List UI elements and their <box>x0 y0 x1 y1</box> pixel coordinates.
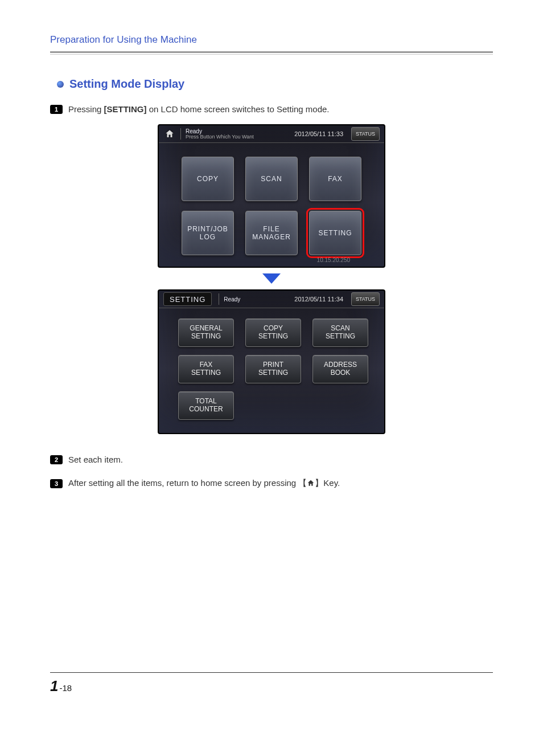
status-button[interactable]: STATUS <box>351 127 380 141</box>
section-heading: Setting Mode Display <box>57 77 493 91</box>
home-icon[interactable] <box>163 128 176 140</box>
step-text: Set each item. <box>68 455 123 464</box>
step-text: After setting all the items, return to h… <box>68 478 340 489</box>
filemanager-tile[interactable]: FILE MANAGER <box>245 211 298 255</box>
page-footer: 1 -18 <box>50 672 493 695</box>
header-rule <box>50 51 493 55</box>
fax-setting-button[interactable]: FAX SETTING <box>178 355 234 383</box>
printjob-tile[interactable]: PRINT/JOB LOG <box>182 211 234 255</box>
step-row: 1 Pressing [SETTING] on LCD home screen … <box>50 104 493 114</box>
setting-tab[interactable]: SETTING <box>163 292 212 306</box>
step-text: Pressing [SETTING] on LCD home screen sw… <box>68 104 330 114</box>
timestamp: 2012/05/11 11:34 <box>294 296 343 303</box>
copy-setting-button[interactable]: COPY SETTING <box>245 318 301 347</box>
ready-block: Ready Press Button Which You Want <box>186 128 254 140</box>
ready-label: Ready <box>186 128 254 134</box>
setting-row: TOTAL COUNTER <box>178 391 234 420</box>
step-text-post: on LCD home screen switches to Setting m… <box>147 104 330 114</box>
tile-row-1: COPY SCAN FAX <box>159 157 384 201</box>
copy-tile[interactable]: COPY <box>182 157 234 201</box>
step-text-pre: After setting all the items, return to h… <box>68 478 307 488</box>
address-book-button[interactable]: ADDRESS BOOK <box>312 355 368 383</box>
setting-row: FAX SETTING PRINT SETTING ADDRESS BOOK <box>178 355 368 383</box>
fax-tile[interactable]: FAX <box>309 157 361 201</box>
step-text-pre: Pressing <box>68 104 104 114</box>
setting-tile[interactable]: SETTING <box>309 211 361 255</box>
bullet-icon <box>57 81 64 88</box>
step-row: 3 After setting all the items, return to… <box>50 478 493 489</box>
manual-page: Preparation for Using the Machine Settin… <box>0 0 543 718</box>
top-bar: Ready Press Button Which You Want 2012/0… <box>159 125 384 143</box>
general-setting-button[interactable]: GENERAL SETTING <box>178 318 234 347</box>
chapter-title: Preparation for Using the Machine <box>50 34 493 46</box>
lcd-setting-screen: SETTING Ready 2012/05/11 11:34 STATUS GE… <box>158 289 385 434</box>
step-text-bold: [SETTING] <box>104 104 147 114</box>
step-number-badge: 3 <box>50 479 63 488</box>
print-setting-button[interactable]: PRINT SETTING <box>245 355 301 383</box>
step-number-badge: 2 <box>50 455 63 464</box>
ready-label: Ready <box>224 296 240 303</box>
divider <box>180 128 181 140</box>
scan-setting-button[interactable]: SCAN SETTING <box>312 318 368 347</box>
top-bar: SETTING Ready 2012/05/11 11:34 STATUS <box>159 291 384 308</box>
screens-column: Ready Press Button Which You Want 2012/0… <box>50 124 493 434</box>
tile-row-2: PRINT/JOB LOG FILE MANAGER SETTING <box>159 211 384 255</box>
lcd-home-screen: Ready Press Button Which You Want 2012/0… <box>158 124 385 268</box>
page-number: -18 <box>59 683 72 693</box>
step-number-badge: 1 <box>50 105 63 114</box>
scan-tile[interactable]: SCAN <box>245 157 298 201</box>
page-chapter-number: 1 <box>50 677 58 695</box>
step-row: 2 Set each item. <box>50 455 493 464</box>
ip-address: 10.15.20.250 <box>317 257 350 263</box>
status-button[interactable]: STATUS <box>351 292 380 306</box>
timestamp: 2012/05/11 11:33 <box>294 130 343 137</box>
setting-row: GENERAL SETTING COPY SETTING SCAN SETTIN… <box>178 318 368 347</box>
divider <box>219 293 219 305</box>
total-counter-button[interactable]: TOTAL COUNTER <box>178 391 234 420</box>
ready-sublabel: Press Button Which You Want <box>186 134 254 140</box>
setting-buttons: GENERAL SETTING COPY SETTING SCAN SETTIN… <box>159 318 384 420</box>
step-text-post: 】Key. <box>315 478 340 488</box>
section-title: Setting Mode Display <box>69 77 184 91</box>
ready-block: Ready <box>224 296 240 303</box>
arrow-down-icon <box>262 273 281 284</box>
home-icon <box>307 479 315 487</box>
